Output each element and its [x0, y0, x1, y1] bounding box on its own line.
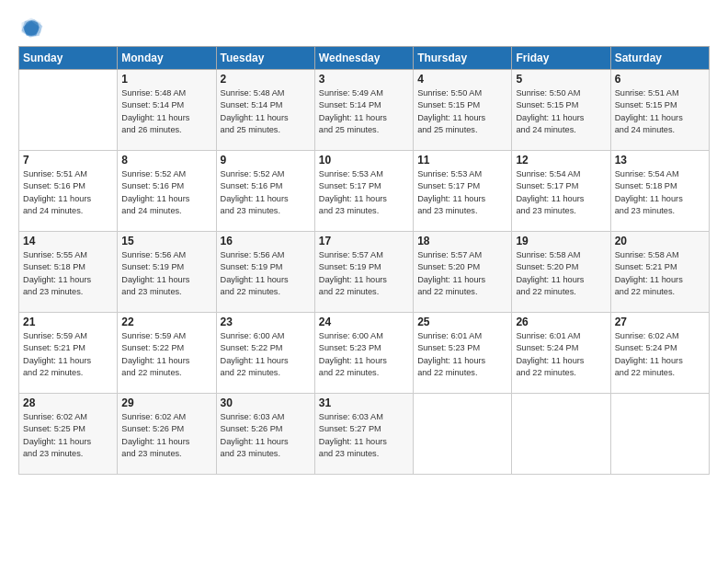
day-number: 10	[319, 154, 409, 167]
cell-content: Sunrise: 5:52 AM Sunset: 5:16 PM Dayligh…	[221, 168, 311, 217]
cell-content: Sunrise: 5:51 AM Sunset: 5:15 PM Dayligh…	[615, 87, 705, 136]
calendar-cell	[19, 70, 118, 151]
cell-content: Sunrise: 5:53 AM Sunset: 5:17 PM Dayligh…	[417, 168, 507, 217]
cell-content: Sunrise: 6:01 AM Sunset: 5:24 PM Dayligh…	[516, 330, 606, 379]
calendar-week-row: 21Sunrise: 5:59 AM Sunset: 5:21 PM Dayli…	[19, 313, 710, 394]
day-number: 30	[221, 396, 311, 409]
calendar-cell: 2Sunrise: 5:48 AM Sunset: 5:14 PM Daylig…	[216, 70, 314, 151]
day-number: 12	[516, 154, 606, 167]
day-number: 14	[23, 235, 113, 247]
calendar-cell: 11Sunrise: 5:53 AM Sunset: 5:17 PM Dayli…	[414, 151, 512, 232]
calendar-cell: 6Sunrise: 5:51 AM Sunset: 5:15 PM Daylig…	[610, 70, 709, 151]
cell-content: Sunrise: 5:52 AM Sunset: 5:16 PM Dayligh…	[121, 168, 211, 217]
calendar-cell: 26Sunrise: 6:01 AM Sunset: 5:24 PM Dayli…	[512, 313, 610, 394]
calendar-cell: 28Sunrise: 6:02 AM Sunset: 5:25 PM Dayli…	[19, 394, 118, 475]
day-number: 24	[319, 316, 409, 328]
day-number: 31	[319, 396, 409, 409]
cell-content: Sunrise: 6:02 AM Sunset: 5:26 PM Dayligh…	[121, 411, 211, 460]
cell-content: Sunrise: 5:48 AM Sunset: 5:14 PM Dayligh…	[121, 87, 211, 136]
day-number: 23	[221, 316, 311, 328]
cell-content: Sunrise: 5:55 AM Sunset: 5:18 PM Dayligh…	[23, 249, 113, 298]
day-number: 6	[615, 73, 705, 86]
header-cell-monday: Monday	[118, 47, 216, 70]
cell-content: Sunrise: 5:57 AM Sunset: 5:20 PM Dayligh…	[417, 249, 507, 298]
page: SundayMondayTuesdayWednesdayThursdayFrid…	[0, 0, 728, 563]
header-cell-sunday: Sunday	[19, 47, 118, 70]
calendar-cell: 29Sunrise: 6:02 AM Sunset: 5:26 PM Dayli…	[118, 394, 216, 475]
cell-content: Sunrise: 5:50 AM Sunset: 5:15 PM Dayligh…	[417, 87, 507, 136]
calendar-cell: 23Sunrise: 6:00 AM Sunset: 5:22 PM Dayli…	[216, 313, 314, 394]
cell-content: Sunrise: 5:56 AM Sunset: 5:19 PM Dayligh…	[121, 249, 211, 298]
cell-content: Sunrise: 5:54 AM Sunset: 5:18 PM Dayligh…	[615, 168, 705, 217]
calendar-cell: 15Sunrise: 5:56 AM Sunset: 5:19 PM Dayli…	[118, 232, 216, 313]
calendar-cell	[414, 394, 512, 475]
calendar-cell: 13Sunrise: 5:54 AM Sunset: 5:18 PM Dayli…	[610, 151, 709, 232]
calendar-week-row: 14Sunrise: 5:55 AM Sunset: 5:18 PM Dayli…	[19, 232, 710, 313]
day-number: 13	[615, 154, 705, 167]
day-number: 9	[221, 154, 311, 167]
cell-content: Sunrise: 5:54 AM Sunset: 5:17 PM Dayligh…	[516, 168, 606, 217]
calendar-cell: 10Sunrise: 5:53 AM Sunset: 5:17 PM Dayli…	[314, 151, 413, 232]
calendar-cell: 14Sunrise: 5:55 AM Sunset: 5:18 PM Dayli…	[19, 232, 118, 313]
day-number: 29	[121, 396, 211, 409]
calendar-cell: 18Sunrise: 5:57 AM Sunset: 5:20 PM Dayli…	[414, 232, 512, 313]
calendar-cell: 4Sunrise: 5:50 AM Sunset: 5:15 PM Daylig…	[414, 70, 512, 151]
cell-content: Sunrise: 5:57 AM Sunset: 5:19 PM Dayligh…	[319, 249, 409, 298]
cell-content: Sunrise: 5:59 AM Sunset: 5:21 PM Dayligh…	[23, 330, 113, 379]
calendar-cell: 7Sunrise: 5:51 AM Sunset: 5:16 PM Daylig…	[19, 151, 118, 232]
cell-content: Sunrise: 5:53 AM Sunset: 5:17 PM Dayligh…	[319, 168, 409, 217]
day-number: 7	[23, 154, 113, 167]
calendar-cell: 12Sunrise: 5:54 AM Sunset: 5:17 PM Dayli…	[512, 151, 610, 232]
header-cell-wednesday: Wednesday	[314, 47, 413, 70]
cell-content: Sunrise: 6:01 AM Sunset: 5:23 PM Dayligh…	[417, 330, 507, 379]
day-number: 15	[121, 235, 211, 247]
header-cell-thursday: Thursday	[414, 47, 512, 70]
day-number: 18	[417, 235, 507, 247]
day-number: 8	[121, 154, 211, 167]
day-number: 2	[221, 73, 311, 86]
calendar-cell: 9Sunrise: 5:52 AM Sunset: 5:16 PM Daylig…	[216, 151, 314, 232]
calendar-cell: 31Sunrise: 6:03 AM Sunset: 5:27 PM Dayli…	[314, 394, 413, 475]
day-number: 20	[615, 235, 705, 247]
calendar-cell: 21Sunrise: 5:59 AM Sunset: 5:21 PM Dayli…	[19, 313, 118, 394]
calendar-cell: 16Sunrise: 5:56 AM Sunset: 5:19 PM Dayli…	[216, 232, 314, 313]
calendar-week-row: 7Sunrise: 5:51 AM Sunset: 5:16 PM Daylig…	[19, 151, 710, 232]
header-cell-saturday: Saturday	[610, 47, 709, 70]
cell-content: Sunrise: 5:49 AM Sunset: 5:14 PM Dayligh…	[319, 87, 409, 136]
day-number: 3	[319, 73, 409, 86]
cell-content: Sunrise: 5:58 AM Sunset: 5:21 PM Dayligh…	[615, 249, 705, 298]
day-number: 21	[23, 316, 113, 328]
calendar-cell	[512, 394, 610, 475]
cell-content: Sunrise: 5:56 AM Sunset: 5:19 PM Dayligh…	[221, 249, 311, 298]
calendar-cell: 22Sunrise: 5:59 AM Sunset: 5:22 PM Dayli…	[118, 313, 216, 394]
day-number: 25	[417, 316, 507, 328]
day-number: 1	[121, 73, 211, 86]
header-cell-friday: Friday	[512, 47, 610, 70]
day-number: 26	[516, 316, 606, 328]
day-number: 22	[121, 316, 211, 328]
cell-content: Sunrise: 6:00 AM Sunset: 5:23 PM Dayligh…	[319, 330, 409, 379]
calendar-cell: 20Sunrise: 5:58 AM Sunset: 5:21 PM Dayli…	[610, 232, 709, 313]
cell-content: Sunrise: 5:58 AM Sunset: 5:20 PM Dayligh…	[516, 249, 606, 298]
day-number: 11	[417, 154, 507, 167]
logo	[18, 15, 48, 40]
calendar-cell: 5Sunrise: 5:50 AM Sunset: 5:15 PM Daylig…	[512, 70, 610, 151]
calendar-cell: 25Sunrise: 6:01 AM Sunset: 5:23 PM Dayli…	[414, 313, 512, 394]
day-number: 28	[23, 396, 113, 409]
cell-content: Sunrise: 5:59 AM Sunset: 5:22 PM Dayligh…	[121, 330, 211, 379]
calendar-cell: 24Sunrise: 6:00 AM Sunset: 5:23 PM Dayli…	[314, 313, 413, 394]
calendar-table: SundayMondayTuesdayWednesdayThursdayFrid…	[18, 46, 710, 475]
calendar-cell	[610, 394, 709, 475]
cell-content: Sunrise: 5:50 AM Sunset: 5:15 PM Dayligh…	[516, 87, 606, 136]
cell-content: Sunrise: 5:48 AM Sunset: 5:14 PM Dayligh…	[221, 87, 311, 136]
header-cell-tuesday: Tuesday	[216, 47, 314, 70]
header-row: SundayMondayTuesdayWednesdayThursdayFrid…	[19, 47, 710, 70]
calendar-cell: 27Sunrise: 6:02 AM Sunset: 5:24 PM Dayli…	[610, 313, 709, 394]
calendar-cell: 3Sunrise: 5:49 AM Sunset: 5:14 PM Daylig…	[314, 70, 413, 151]
cell-content: Sunrise: 5:51 AM Sunset: 5:16 PM Dayligh…	[23, 168, 113, 217]
calendar-week-row: 1Sunrise: 5:48 AM Sunset: 5:14 PM Daylig…	[19, 70, 710, 151]
header	[18, 15, 710, 40]
calendar-cell: 8Sunrise: 5:52 AM Sunset: 5:16 PM Daylig…	[118, 151, 216, 232]
calendar-cell: 1Sunrise: 5:48 AM Sunset: 5:14 PM Daylig…	[118, 70, 216, 151]
day-number: 4	[417, 73, 507, 86]
